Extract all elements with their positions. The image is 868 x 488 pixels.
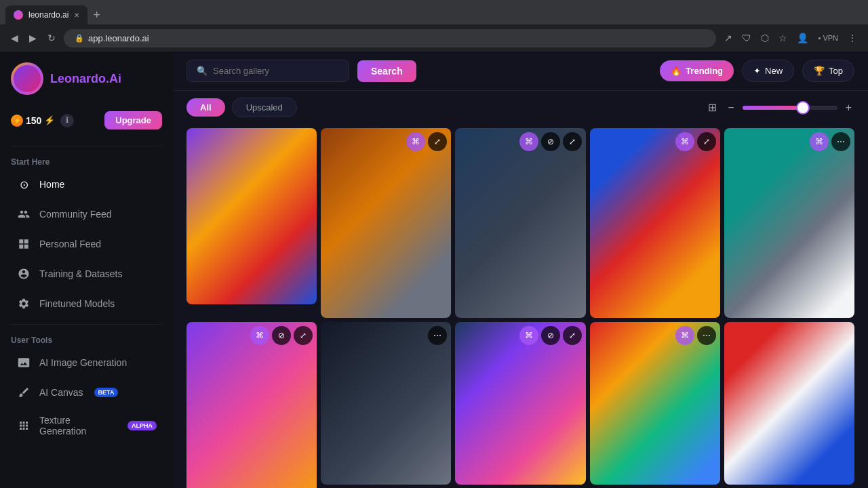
item-5-btn-1[interactable]: ⌘ [810,132,829,151]
home-icon: ⊙ [16,177,31,192]
top-icon: 🏆 [814,66,825,76]
back-btn[interactable]: ◀ [8,30,21,46]
gallery-item-9[interactable]: ⌘ ⋯ [590,322,720,485]
ai-image-icon [16,355,31,370]
item-9-btn-2[interactable]: ⋯ [697,326,716,345]
item-3-btn-3[interactable]: ⤢ [563,132,582,151]
item-9-btn-1[interactable]: ⌘ [675,326,694,345]
profile-btn[interactable]: 👤 [794,30,811,46]
new-btn[interactable]: ✦ New [742,60,794,82]
top-btn[interactable]: 🏆 Top [802,60,854,82]
item-8-btn-3[interactable]: ⤢ [563,326,582,345]
tab-close-btn[interactable]: ✕ [74,12,79,19]
texture-icon [16,418,31,433]
filter-tab-all[interactable]: All [186,98,225,117]
sidebar-item-training[interactable]: Training & Datasets [5,260,167,288]
tab-title: leonardo.ai [28,10,68,20]
gallery-item-1[interactable] [186,128,317,304]
gallery-item-10[interactable] [724,322,854,485]
menu-btn[interactable]: ⋮ [845,30,860,46]
item-8-btn-1[interactable]: ⌘ [519,326,538,345]
item-6-overlay: ⌘ ⊘ ⤢ [250,326,313,345]
new-icon: ✦ [753,66,761,76]
sidebar-item-ai-canvas-label: AI Canvas [39,387,83,398]
size-increase-btn[interactable]: + [843,99,854,117]
item-5-overlay: ⌘ ⋯ [810,132,850,151]
sidebar-item-finetuned[interactable]: Finetuned Models [5,289,167,318]
item-6-btn-2[interactable]: ⊘ [272,326,291,345]
training-icon [16,266,31,281]
ai-canvas-icon [16,385,31,400]
divider-1 [11,146,162,146]
top-bar: 🔍 Search 🔥 Trending ✦ New 🏆 Top [173,52,868,91]
upgrade-btn[interactable]: Upgrade [104,111,162,129]
gallery-item-4[interactable]: ⌘ ⤢ [590,128,720,318]
item-2-btn-1[interactable]: ⌘ [406,132,425,151]
gallery-item-8[interactable]: ⌘ ⊘ ⤢ [455,322,585,485]
alpha-badge: ALPHA [127,421,157,430]
browser-actions: ↗ 🛡 ⬡ ☆ 👤 • VPN ⋮ [722,30,860,46]
finetuned-icon [16,296,31,311]
item-7-btn-1[interactable]: ⋯ [428,326,447,345]
sidebar-item-ai-canvas[interactable]: AI Canvas BETA [5,378,167,407]
sidebar-item-home[interactable]: ⊙ Home [5,170,167,199]
refresh-btn[interactable]: ↻ [45,30,58,46]
community-icon [16,207,31,222]
filter-bar: All Upscaled ⊞ − + [173,91,868,124]
grid-view-btn[interactable]: ⊞ [705,98,719,117]
sidebar-item-personal-feed[interactable]: Personal Feed [5,230,167,258]
token-info-btn[interactable]: ℹ [60,114,74,127]
item-2-btn-2[interactable]: ⤢ [428,132,447,151]
logo-text: Leonardo.Ai [50,72,121,86]
sidebar-item-community-feed[interactable]: Community Feed [5,200,167,228]
item-9-overlay: ⌘ ⋯ [675,326,716,345]
forward-btn[interactable]: ▶ [26,30,39,46]
size-decrease-btn[interactable]: − [725,99,736,117]
item-6-btn-3[interactable]: ⤢ [294,326,313,345]
sidebar-item-community-label: Community Feed [39,209,112,220]
sidebar-item-texture[interactable]: Texture Generation ALPHA [5,408,167,443]
trending-btn[interactable]: 🔥 Trending [660,60,734,81]
new-tab-btn[interactable]: + [87,8,106,22]
app-container: Leonardo.Ai ⚡ 150 ⚡ ℹ Upgrade Start Here… [0,52,868,488]
size-slider-thumb [797,102,808,113]
item-3-btn-1[interactable]: ⌘ [519,132,538,151]
item-8-btn-2[interactable]: ⊘ [541,326,560,345]
sidebar-logo: Leonardo.Ai [0,62,173,106]
filter-tab-upscaled[interactable]: Upscaled [232,98,297,117]
token-bar: ⚡ 150 ⚡ ℹ Upgrade [0,106,173,140]
logo-avatar [11,62,43,95]
shield-btn[interactable]: 🛡 [739,30,754,46]
gallery-item-5[interactable]: ⌘ ⋯ [724,128,854,318]
item-4-btn-1[interactable]: ⌘ [675,132,694,151]
item-7-overlay: ⋯ [428,326,447,345]
sidebar-item-texture-label: Texture Generation [39,415,117,436]
item-6-btn-1[interactable]: ⌘ [250,326,269,345]
fire-icon: 🔥 [671,66,682,76]
sidebar-item-ai-image[interactable]: AI Image Generation [5,348,167,377]
gallery-item-3[interactable]: ⌘ ⊘ ⤢ [455,128,585,318]
gallery-item-6[interactable]: ⌘ ⊘ ⤢ [186,322,317,488]
bookmark-btn[interactable]: ☆ [776,30,790,46]
item-4-overlay: ⌘ ⤢ [675,132,716,151]
section-start-label: Start Here [0,152,173,169]
gallery-item-2[interactable]: ⌘ ⤢ [321,128,451,318]
url-bar[interactable]: 🔒 app.leonardo.ai [64,29,716,47]
item-4-btn-2[interactable]: ⤢ [697,132,716,151]
active-tab[interactable]: leonardo.ai ✕ [5,5,87,24]
gallery-item-7[interactable]: ⋯ [321,322,451,485]
logo-avatar-inner [14,65,41,92]
item-3-btn-2[interactable]: ⊘ [541,132,560,151]
address-bar: ◀ ▶ ↻ 🔒 app.leonardo.ai ↗ 🛡 ⬡ ☆ 👤 • VPN … [0,24,868,52]
search-btn[interactable]: Search [357,60,416,82]
item-5-btn-2[interactable]: ⋯ [831,132,850,151]
section-tools-label: User Tools [0,330,173,348]
share-btn[interactable]: ↗ [722,30,735,46]
tab-favicon [14,10,23,20]
vpn-btn[interactable]: • VPN [815,31,841,45]
extensions-btn[interactable]: ⬡ [758,30,772,46]
sidebar-item-training-label: Training & Datasets [39,268,122,279]
size-slider[interactable] [743,106,837,110]
tab-bar: leonardo.ai ✕ + [0,0,868,24]
search-input[interactable] [213,66,339,76]
